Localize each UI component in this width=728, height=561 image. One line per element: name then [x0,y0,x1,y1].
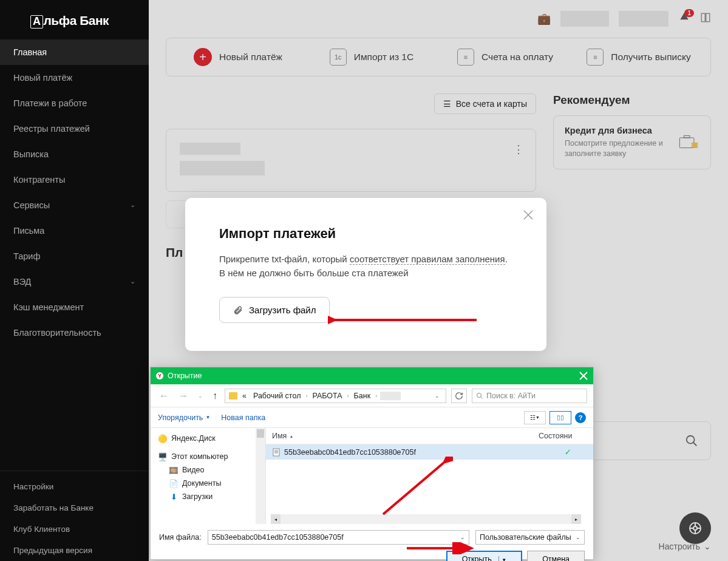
crumb-redacted [380,392,401,400]
account-card[interactable]: ⋮ [166,129,536,192]
nav-settings[interactable]: Настройки [0,476,149,497]
cancel-button[interactable]: Отмена [527,551,585,561]
rules-link[interactable]: соответствует правилам заполнения [350,254,505,265]
path-dropdown-icon[interactable]: ⌄ [432,393,442,399]
nav-payment-registers[interactable]: Реестры платежей [0,116,149,141]
tree-scrollbar[interactable] [256,428,265,524]
column-status[interactable]: Состояни [539,432,587,440]
refresh-button[interactable] [451,389,467,403]
nav-letters[interactable]: Письма [0,218,149,243]
document-icon: ≡ [587,49,604,66]
svg-point-10 [693,526,697,530]
svg-rect-3 [684,136,689,138]
nav-cash-management[interactable]: Кэш менеджмент [0,294,149,320]
company-name-redacted [560,11,609,27]
logout-icon[interactable] [700,12,711,26]
action-invoices[interactable]: ≡ Счета на оплату [438,48,572,66]
help-icon[interactable]: ? [575,412,586,423]
configure-dropdown[interactable]: Настроить ⌄ [659,542,711,551]
nav-up-icon[interactable]: ↑ [210,390,220,401]
file-list-header: Имя ▴ Состояни [266,428,593,444]
import-payments-modal: Импорт платежей Прикрепите txt-файл, кот… [185,198,546,351]
chevron-down-icon: ⌄ [130,201,135,209]
nav-earn[interactable]: Заработать на Банке [0,497,149,518]
logo: AАльфа Банкльфа Банк [0,0,149,39]
tree-documents[interactable]: 📄 Документы [155,477,260,490]
view-preview-button[interactable]: ▯▯ [549,411,571,424]
organize-button[interactable]: Упорядочить ▼ [158,413,210,422]
svg-point-22 [477,393,481,397]
upload-file-button[interactable]: Загрузить файл [219,297,330,323]
column-name[interactable]: Имя ▴ [272,432,539,440]
nav-statement[interactable]: Выписка [0,141,149,167]
all-accounts-button[interactable]: ☰ Все счета и карты [434,93,536,114]
chevron-down-icon[interactable]: ⌄ [460,534,465,540]
sync-ok-icon: ✓ [565,447,587,457]
nav-tariff[interactable]: Тариф [0,243,149,269]
action-get-statement[interactable]: ≡ Получить выписку [572,48,706,66]
nav-home[interactable]: Главная [0,39,149,65]
dialog-search-input[interactable]: Поиск в: АйТи [472,389,587,403]
action-new-payment[interactable]: + Новый платёж [171,48,305,66]
sidebar: AАльфа Банкльфа Банк Главная Новый платё… [0,0,149,561]
nav-ved[interactable]: ВЭД⌄ [0,269,149,294]
nav-back-icon[interactable]: ← [157,390,171,401]
nav-charity[interactable]: Благотворительность [0,320,149,345]
breadcrumb-path[interactable]: « Рабочий стол › РАБОТА › Банк › ⌄ [225,389,446,403]
modal-description: Прикрепите txt-файл, который соответству… [219,253,512,280]
document-icon: ≡ [457,49,474,66]
nav-services[interactable]: Сервисы⌄ [0,192,149,218]
yadisk-icon: 🟡 [158,434,168,443]
file-icon [272,448,281,457]
chevron-down-icon: ⌄ [130,277,135,285]
recommend-card-credit[interactable]: Кредит для бизнеса Посмотрите предложени… [553,115,711,169]
filename-input[interactable]: 55b3eebabc0b41edb7cc1053880e705f ⌄ [208,530,469,545]
plus-icon: + [194,48,212,66]
file-filter-dropdown[interactable]: Пользовательские файлы ⌄ [475,530,585,545]
chevron-down-icon: ⌄ [704,542,711,551]
tree-videos[interactable]: 🎞️ Видео [155,463,260,477]
list-scrollbar[interactable]: ◂▸ [271,514,581,524]
tree-yandex-disk[interactable]: 🟡 Яндекс.Диск [155,432,260,445]
crumb-work[interactable]: РАБОТА [310,392,344,400]
dialog-nav-bar: ← → ⌄ ↑ « Рабочий стол › РАБОТА › Банк ›… [151,384,593,407]
file-row-selected[interactable]: 55b3eebabc0b41edb7cc1053880e705f ✓ [266,444,593,460]
crumb-desktop[interactable]: Рабочий стол [251,392,302,400]
dialog-toolbar: Упорядочить ▼ Новая папка ☷ ▼ ▯▯ ? [151,407,593,428]
briefcase-icon[interactable]: 💼 [537,12,551,25]
file-list: Имя ▴ Состояни 55b3eebabc0b41edb7cc10538… [266,428,593,524]
tree-downloads[interactable]: ⬇ Загрузки [155,490,260,503]
nav-club[interactable]: Клуб Клиентов [0,518,149,540]
filename-label: Имя файла: [159,533,202,542]
svg-point-7 [687,436,695,444]
view-list-button[interactable]: ☷ ▼ [524,411,546,424]
tree-this-pc[interactable]: 🖥️ Этот компьютер [155,450,260,463]
nav-new-payment[interactable]: Новый платёж [0,65,149,90]
new-folder-button[interactable]: Новая папка [221,413,265,422]
nav-payments-in-progress[interactable]: Платежи в работе [0,90,149,116]
recommend-heading: Кредит для бизнеса [565,126,671,135]
dialog-filename-row: Имя файла: 55b3eebabc0b41edb7cc1053880e7… [151,524,593,551]
notifications-icon[interactable]: 1 [678,12,690,27]
card-menu-icon[interactable]: ⋮ [513,143,525,156]
dialog-close-icon[interactable] [579,371,588,381]
nav-previous-version[interactable]: Предыдущая версия [0,540,149,561]
sort-asc-icon: ▴ [290,433,293,439]
recommend-title: Рекомендуем [553,93,711,107]
user-name-redacted [619,11,668,27]
menu-icon: ☰ [443,99,451,109]
action-import-1c[interactable]: 1с Импорт из 1С [305,48,438,66]
downloads-icon: ⬇ [169,492,179,501]
nav-forward-icon[interactable]: → [176,390,191,401]
open-button[interactable]: Открыть ▼ [446,551,523,561]
nav-recent-icon[interactable]: ⌄ [196,393,205,399]
support-fab[interactable] [679,512,711,544]
crumb-bank[interactable]: Банк [352,392,373,400]
nav-main: Главная Новый платёж Платежи в работе Ре… [0,39,149,471]
svg-line-23 [481,396,483,398]
nav-counterparties[interactable]: Контрагенты [0,167,149,192]
svg-rect-2 [679,138,694,148]
close-icon[interactable] [522,209,534,221]
header: 💼 1 [149,0,728,38]
search-icon[interactable] [685,434,698,447]
